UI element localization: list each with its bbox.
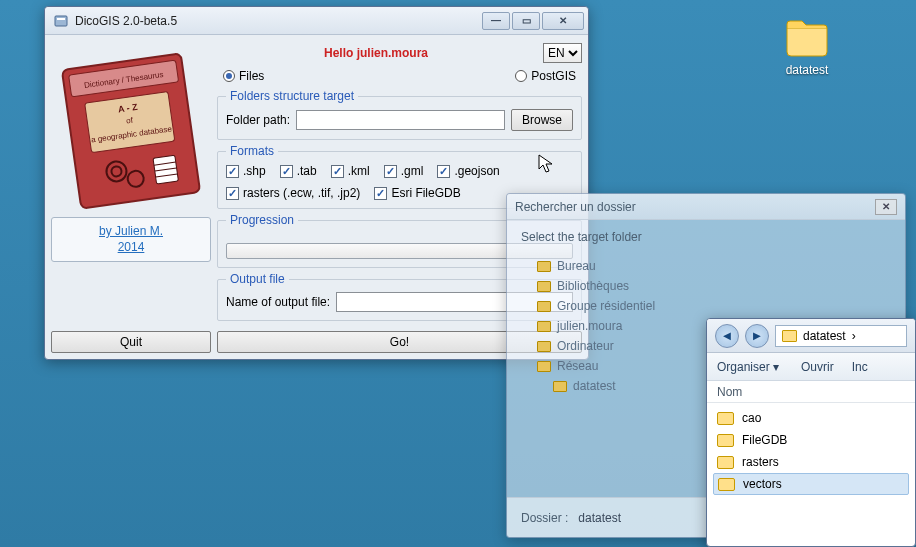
desktop-folder-label: datatest xyxy=(772,63,842,77)
checkbox-icon xyxy=(437,165,450,178)
geojson-checkbox[interactable]: .geojson xyxy=(437,164,499,178)
formats-legend: Formats xyxy=(226,144,278,158)
esri-checkbox[interactable]: Esri FileGDB xyxy=(374,186,460,200)
credits-box: by Julien M. 2014 xyxy=(51,217,211,262)
language-select[interactable]: EN xyxy=(543,43,582,63)
folder-icon xyxy=(717,434,734,447)
folder-icon xyxy=(537,281,551,292)
kml-checkbox[interactable]: .kml xyxy=(331,164,370,178)
checkbox-icon xyxy=(280,165,293,178)
browse-dialog-title: Rechercher un dossier xyxy=(515,200,636,214)
checkbox-icon xyxy=(384,165,397,178)
postgis-radio[interactable]: PostGIS xyxy=(515,69,576,83)
folder-icon xyxy=(537,341,551,352)
checkbox-icon xyxy=(226,187,239,200)
output-label: Name of output file: xyxy=(226,295,330,309)
list-item[interactable]: rasters xyxy=(713,451,909,473)
rasters-checkbox[interactable]: rasters (.ecw, .tif, .jp2) xyxy=(226,186,360,200)
tab-checkbox[interactable]: .tab xyxy=(280,164,317,178)
folder-icon xyxy=(553,381,567,392)
svg-rect-1 xyxy=(57,18,65,20)
files-radio[interactable]: Files xyxy=(223,69,264,83)
files-radio-label: Files xyxy=(239,69,264,83)
inc-menu[interactable]: Inc xyxy=(852,360,868,374)
radio-dot-icon xyxy=(223,70,235,82)
folders-group: Folders structure target Folder path: Br… xyxy=(217,89,582,140)
tree-item[interactable]: Bibliothèques xyxy=(537,276,891,296)
forward-button[interactable]: ► xyxy=(745,324,769,348)
shp-checkbox[interactable]: .shp xyxy=(226,164,266,178)
desktop-folder-datatest[interactable]: datatest xyxy=(772,16,842,77)
checkbox-icon xyxy=(226,165,239,178)
address-bar[interactable]: datatest › xyxy=(775,325,907,347)
tree-item[interactable]: Bureau xyxy=(537,256,891,276)
checkbox-icon xyxy=(331,165,344,178)
folders-legend: Folders structure target xyxy=(226,89,358,103)
close-button[interactable]: ✕ xyxy=(542,12,584,30)
window-title: DicoGIS 2.0-beta.5 xyxy=(75,14,482,28)
output-legend: Output file xyxy=(226,272,289,286)
list-item[interactable]: cao xyxy=(713,407,909,429)
postgis-radio-label: PostGIS xyxy=(531,69,576,83)
back-button[interactable]: ◄ xyxy=(715,324,739,348)
ouvrir-menu[interactable]: Ouvrir xyxy=(797,360,834,374)
explorer-window: ◄ ► datatest › Organiser ▾ Ouvrir Inc No… xyxy=(706,318,916,547)
list-item[interactable]: vectors xyxy=(713,473,909,495)
folder-icon xyxy=(718,478,735,491)
svg-rect-0 xyxy=(55,16,67,26)
column-header-name[interactable]: Nom xyxy=(707,381,915,403)
year-link[interactable]: 2014 xyxy=(118,240,145,254)
chevron-right-icon: › xyxy=(852,329,856,343)
organiser-menu[interactable]: Organiser ▾ xyxy=(717,360,779,374)
gml-checkbox[interactable]: .gml xyxy=(384,164,424,178)
browse-prompt: Select the target folder xyxy=(507,220,905,254)
folder-icon xyxy=(782,330,797,342)
folder-icon xyxy=(717,412,734,425)
titlebar[interactable]: DicoGIS 2.0-beta.5 — ▭ ✕ xyxy=(45,7,588,35)
radio-dot-icon xyxy=(515,70,527,82)
maximize-button[interactable]: ▭ xyxy=(512,12,540,30)
browse-button[interactable]: Browse xyxy=(511,109,573,131)
progression-legend: Progression xyxy=(226,213,298,227)
app-icon xyxy=(53,13,69,29)
minimize-button[interactable]: — xyxy=(482,12,510,30)
folder-icon xyxy=(537,301,551,312)
author-link[interactable]: by Julien M. xyxy=(99,224,163,238)
folder-path-label: Folder path: xyxy=(226,113,290,127)
folder-icon xyxy=(537,361,551,372)
browse-footer-label: Dossier : xyxy=(521,511,568,525)
hello-label: Hello julien.moura xyxy=(217,46,535,60)
checkbox-icon xyxy=(374,187,387,200)
quit-button[interactable]: Quit xyxy=(51,331,211,353)
tree-item[interactable]: Groupe résidentiel xyxy=(537,296,891,316)
folder-icon xyxy=(537,321,551,332)
folder-icon xyxy=(783,16,831,58)
list-item[interactable]: FileGDB xyxy=(713,429,909,451)
browse-close-button[interactable]: ✕ xyxy=(875,199,897,215)
folder-path-input[interactable] xyxy=(296,110,505,130)
folder-icon xyxy=(537,261,551,272)
folder-icon xyxy=(717,456,734,469)
address-path: datatest xyxy=(803,329,846,343)
browse-footer-value: datatest xyxy=(578,511,621,525)
book-illustration: Dictionary / Thesaurus A - Z of a geogra… xyxy=(51,41,211,211)
